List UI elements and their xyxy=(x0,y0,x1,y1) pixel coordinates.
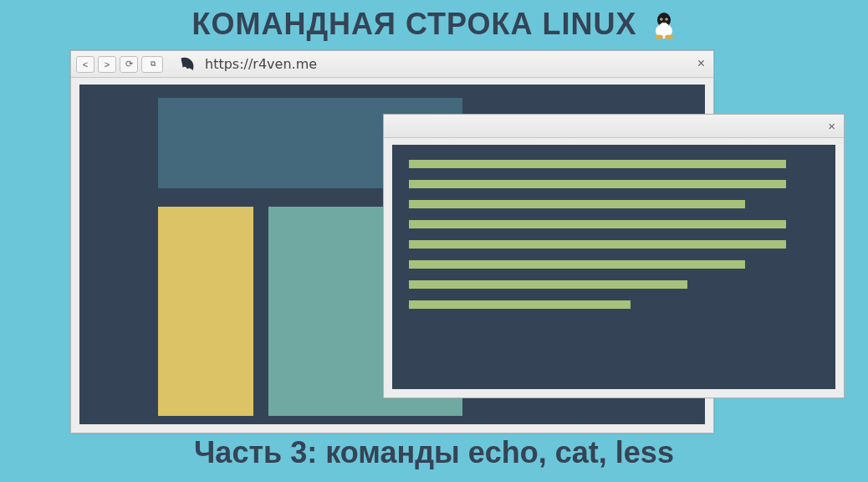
raven-icon xyxy=(178,55,197,74)
terminal-line xyxy=(409,160,786,168)
close-icon[interactable]: × xyxy=(828,119,835,133)
tux-icon xyxy=(651,11,677,47)
tabs-button[interactable]: ⧉ xyxy=(141,56,163,73)
svg-point-5 xyxy=(661,19,661,20)
close-icon[interactable]: × xyxy=(697,56,705,71)
terminal-line xyxy=(409,260,745,269)
svg-point-7 xyxy=(655,35,663,39)
svg-point-6 xyxy=(666,19,666,20)
url-text: https://r4ven.me xyxy=(205,56,317,72)
browser-toolbar: < > ⟳ ⧉ https://r4ven.me × xyxy=(71,51,713,78)
terminal-line xyxy=(409,200,745,208)
reload-button[interactable]: ⟳ xyxy=(120,56,138,73)
page-subtitle: Часть 3: команды echo, cat, less xyxy=(0,435,868,470)
terminal-line xyxy=(409,240,786,249)
page-title: КОМАНДНАЯ СТРОКА LINUX xyxy=(0,7,868,47)
column-left xyxy=(158,207,253,416)
terminal-window: × xyxy=(383,114,845,398)
terminal-line xyxy=(409,300,631,309)
svg-point-2 xyxy=(658,23,670,36)
terminal-toolbar: × xyxy=(384,115,844,138)
terminal-line xyxy=(409,280,687,289)
terminal-line xyxy=(409,180,786,188)
forward-button[interactable]: > xyxy=(98,56,116,73)
terminal-line xyxy=(409,220,786,228)
back-button[interactable]: < xyxy=(76,56,94,73)
svg-point-8 xyxy=(665,35,673,39)
title-text: КОМАНДНАЯ СТРОКА LINUX xyxy=(191,7,636,41)
terminal-body xyxy=(392,145,835,389)
